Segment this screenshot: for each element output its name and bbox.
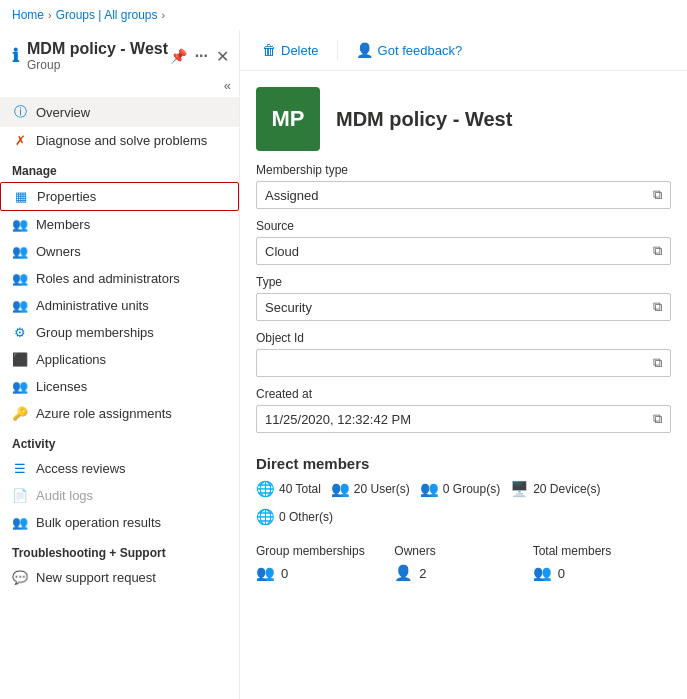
nav-label-7: Group memberships	[36, 325, 154, 340]
nav-icon-7: ⚙	[12, 325, 28, 340]
form-area: Membership typeAssigned⧉SourceCloud⧉Type…	[240, 163, 687, 433]
close-button[interactable]: ✕	[216, 47, 229, 66]
field-group-0: Membership typeAssigned⧉	[256, 163, 671, 209]
nav-icon-3: 👥	[12, 217, 28, 232]
sidebar-item-administrative-units[interactable]: 👥Administrative units	[0, 292, 239, 319]
field-label-2: Type	[256, 275, 671, 289]
nav-label-6: Administrative units	[36, 298, 149, 313]
sidebar-item-azure-role-assignments[interactable]: 🔑Azure role assignments	[0, 400, 239, 427]
member-stat-icon-4: 🌐	[256, 508, 275, 526]
copy-button-4[interactable]: ⧉	[653, 411, 662, 427]
avatar: MP	[256, 87, 320, 151]
field-value-3	[265, 356, 647, 371]
members-row: 🌐40 Total👥20 User(s)👥0 Group(s)🖥️20 Devi…	[240, 480, 687, 536]
sidebar-section-manage: Manage	[0, 154, 239, 182]
member-stat-3: 🖥️20 Device(s)	[510, 480, 600, 498]
breadcrumb-groups[interactable]: Groups | All groups	[56, 8, 158, 22]
nav-label-12: Audit logs	[36, 488, 93, 503]
sidebar-item-applications[interactable]: ⬛Applications	[0, 346, 239, 373]
nav-label-3: Members	[36, 217, 90, 232]
nav-icon-8: ⬛	[12, 352, 28, 367]
field-group-3: Object Id ⧉	[256, 331, 671, 377]
stat-val-1: 2	[419, 566, 426, 581]
nav-icon-6: 👥	[12, 298, 28, 313]
copy-button-1[interactable]: ⧉	[653, 243, 662, 259]
nav-label-1: Diagnose and solve problems	[36, 133, 207, 148]
stat-value-row-1: 👤2	[394, 564, 532, 582]
sidebar-title: MDM policy - West	[27, 40, 168, 58]
copy-button-2[interactable]: ⧉	[653, 299, 662, 315]
sidebar-header: ℹ MDM policy - West Group 📌 ··· ✕	[0, 30, 239, 78]
sidebar-subtitle: Group	[27, 58, 168, 72]
nav-icon-11: ☰	[12, 461, 28, 476]
sidebar-item-properties[interactable]: ▦Properties	[0, 182, 239, 211]
sidebar-item-diagnose-and-solve-problems[interactable]: ✗Diagnose and solve problems	[0, 127, 239, 154]
nav-icon-0: ⓘ	[12, 103, 28, 121]
sidebar-nav: ⓘOverview✗Diagnose and solve problemsMan…	[0, 97, 239, 591]
sidebar-item-audit-logs[interactable]: 📄Audit logs	[0, 482, 239, 509]
feedback-icon: 👤	[356, 42, 373, 58]
stat-val-2: 0	[558, 566, 565, 581]
field-row-4: 11/25/2020, 12:32:42 PM⧉	[256, 405, 671, 433]
field-label-1: Source	[256, 219, 671, 233]
stat-cell-1: Owners👤2	[394, 536, 532, 590]
sidebar-item-access-reviews[interactable]: ☰Access reviews	[0, 455, 239, 482]
nav-label-10: Azure role assignments	[36, 406, 172, 421]
member-stat-0: 🌐40 Total	[256, 480, 321, 498]
sidebar-item-bulk-operation-results[interactable]: 👥Bulk operation results	[0, 509, 239, 536]
sidebar-item-group-memberships[interactable]: ⚙Group memberships	[0, 319, 239, 346]
pin-icon[interactable]: 📌	[170, 48, 187, 64]
copy-button-0[interactable]: ⧉	[653, 187, 662, 203]
sidebar-item-new-support-request[interactable]: 💬New support request	[0, 564, 239, 591]
stat-label-0: Group memberships	[256, 544, 394, 558]
sidebar-item-members[interactable]: 👥Members	[0, 211, 239, 238]
field-label-3: Object Id	[256, 331, 671, 345]
field-group-2: TypeSecurity⧉	[256, 275, 671, 321]
nav-label-8: Applications	[36, 352, 106, 367]
member-stat-2: 👥0 Group(s)	[420, 480, 500, 498]
more-icon[interactable]: ···	[195, 47, 208, 65]
sidebar-item-licenses[interactable]: 👥Licenses	[0, 373, 239, 400]
member-stat-4: 🌐0 Other(s)	[256, 508, 333, 526]
info-icon: ℹ	[12, 45, 19, 67]
page-header: MP MDM policy - West	[240, 71, 687, 163]
sidebar-item-overview[interactable]: ⓘOverview	[0, 97, 239, 127]
field-row-3: ⧉	[256, 349, 671, 377]
stat-icon-2: 👥	[533, 564, 552, 582]
nav-icon-4: 👥	[12, 244, 28, 259]
delete-button[interactable]: 🗑 Delete	[256, 38, 325, 62]
stat-label-2: Total members	[533, 544, 671, 558]
breadcrumb-home[interactable]: Home	[12, 8, 44, 22]
member-stat-icon-3: 🖥️	[510, 480, 529, 498]
field-value-2: Security	[265, 300, 647, 315]
sidebar-item-owners[interactable]: 👥Owners	[0, 238, 239, 265]
nav-label-14: New support request	[36, 570, 156, 585]
field-group-4: Created at11/25/2020, 12:32:42 PM⧉	[256, 387, 671, 433]
copy-button-3[interactable]: ⧉	[653, 355, 662, 371]
sidebar-item-roles-and-administrators[interactable]: 👥Roles and administrators	[0, 265, 239, 292]
nav-icon-12: 📄	[12, 488, 28, 503]
sidebar: ℹ MDM policy - West Group 📌 ··· ✕ « ⓘOve…	[0, 30, 240, 699]
collapse-icon[interactable]: «	[224, 78, 231, 93]
stat-label-1: Owners	[394, 544, 532, 558]
member-stat-icon-0: 🌐	[256, 480, 275, 498]
content-area: 🗑 Delete 👤 Got feedback? MP MDM policy -…	[240, 30, 687, 699]
stat-value-row-2: 👥0	[533, 564, 671, 582]
feedback-button[interactable]: 👤 Got feedback?	[350, 38, 469, 62]
field-row-1: Cloud⧉	[256, 237, 671, 265]
nav-icon-9: 👥	[12, 379, 28, 394]
nav-label-2: Properties	[37, 189, 96, 204]
stat-icon-1: 👤	[394, 564, 413, 582]
nav-icon-1: ✗	[12, 133, 28, 148]
sidebar-section-activity: Activity	[0, 427, 239, 455]
field-label-4: Created at	[256, 387, 671, 401]
nav-label-0: Overview	[36, 105, 90, 120]
direct-members-title: Direct members	[240, 443, 687, 480]
stat-val-0: 0	[281, 566, 288, 581]
page-title: MDM policy - West	[336, 108, 512, 131]
delete-icon: 🗑	[262, 42, 276, 58]
stat-icon-0: 👥	[256, 564, 275, 582]
nav-icon-5: 👥	[12, 271, 28, 286]
nav-label-13: Bulk operation results	[36, 515, 161, 530]
nav-label-4: Owners	[36, 244, 81, 259]
